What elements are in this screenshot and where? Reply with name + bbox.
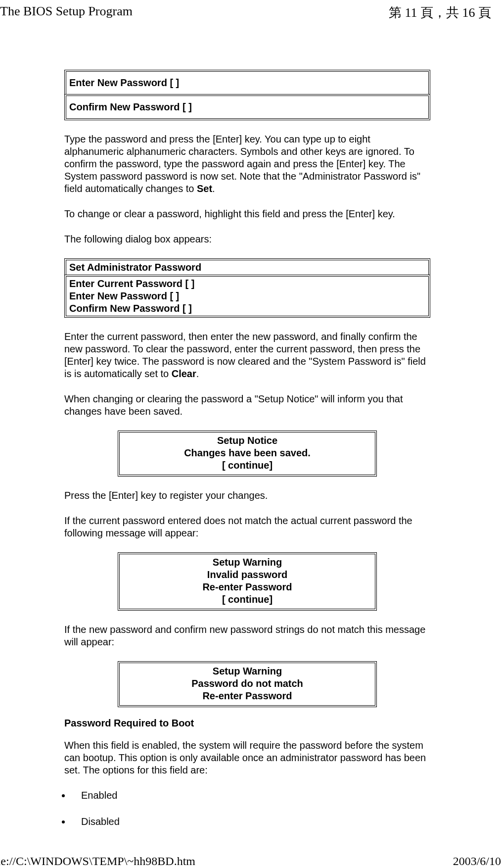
admin-box-body: Enter Current Password [ ] Enter New Pas… xyxy=(64,275,430,318)
notice-title: Setup Notice xyxy=(124,434,371,447)
notice-message: Changes have been saved. xyxy=(124,447,371,459)
warning-message: Password do not match xyxy=(124,677,371,690)
warning-reenter: Re-enter Password xyxy=(124,690,371,702)
enter-new-password-row: Enter New Password [ ] xyxy=(64,70,430,94)
admin-password-box: Set Administrator Password Enter Current… xyxy=(64,258,430,318)
page-footer: file://C:\WINDOWS\TEMP\~hh98BD.htm 2003/… xyxy=(0,855,501,868)
footer-path: file://C:\WINDOWS\TEMP\~hh98BD.htm xyxy=(0,855,195,868)
instruction-paragraph-1: Type the password and press the [Enter] … xyxy=(64,133,430,195)
text: . xyxy=(196,368,199,379)
instruction-paragraph-4: Enter the current password, then enter t… xyxy=(64,331,430,380)
footer-date: 2003/6/10 xyxy=(453,855,501,868)
doc-title: The BIOS Setup Program xyxy=(0,4,133,21)
enter-current-password-row: Enter Current Password [ ] xyxy=(69,278,425,290)
password-entry-box: Enter New Password [ ] Confirm New Passw… xyxy=(64,70,430,120)
text: Type the password and press the [Enter] … xyxy=(64,134,420,194)
notice-continue: [ continue] xyxy=(124,459,371,472)
page-indicator: 第 11 頁，共 16 頁 xyxy=(389,4,491,21)
set-keyword: Set xyxy=(197,183,212,194)
text: . xyxy=(212,183,215,194)
setup-notice-box: Setup Notice Changes have been saved. [ … xyxy=(118,431,377,477)
warning-title: Setup Warning xyxy=(124,665,371,677)
instruction-paragraph-5: When changing or clearing the password a… xyxy=(64,393,430,418)
instruction-paragraph-2: To change or clear a password, highlight… xyxy=(64,208,430,220)
option-enabled: Enabled xyxy=(71,789,430,802)
warning-reenter: Re-enter Password xyxy=(124,581,371,593)
instruction-paragraph-9: When this field is enabled, the system w… xyxy=(64,739,430,776)
option-disabled: Disabled xyxy=(71,816,430,828)
main-content: Enter New Password [ ] Confirm New Passw… xyxy=(64,70,430,828)
clear-keyword: Clear xyxy=(172,368,196,379)
options-list: Enabled Disabled xyxy=(64,789,430,828)
instruction-paragraph-6: Press the [Enter] key to register your c… xyxy=(64,489,430,502)
warning-message: Invalid password xyxy=(124,569,371,581)
instruction-paragraph-8: If the new password and confirm new pass… xyxy=(64,624,430,648)
text: Enter the current password, then enter t… xyxy=(64,331,426,379)
setup-warning-invalid-box: Setup Warning Invalid password Re-enter … xyxy=(118,552,377,611)
instruction-paragraph-3: The following dialog box appears: xyxy=(64,233,430,245)
enter-new-password-row: Enter New Password [ ] xyxy=(69,290,425,302)
confirm-new-password-row: Confirm New Password [ ] xyxy=(69,302,425,315)
admin-box-title: Set Administrator Password xyxy=(64,258,430,275)
page-header: The BIOS Setup Program 第 11 頁，共 16 頁 xyxy=(0,0,501,24)
instruction-paragraph-7: If the current password entered does not… xyxy=(64,515,430,539)
setup-warning-nomatch-box: Setup Warning Password do not match Re-e… xyxy=(118,661,377,707)
section-heading: Password Required to Boot xyxy=(64,717,430,729)
confirm-new-password-row: Confirm New Password [ ] xyxy=(64,94,430,120)
warning-title: Setup Warning xyxy=(124,556,371,569)
warning-continue: [ continue] xyxy=(124,593,371,606)
